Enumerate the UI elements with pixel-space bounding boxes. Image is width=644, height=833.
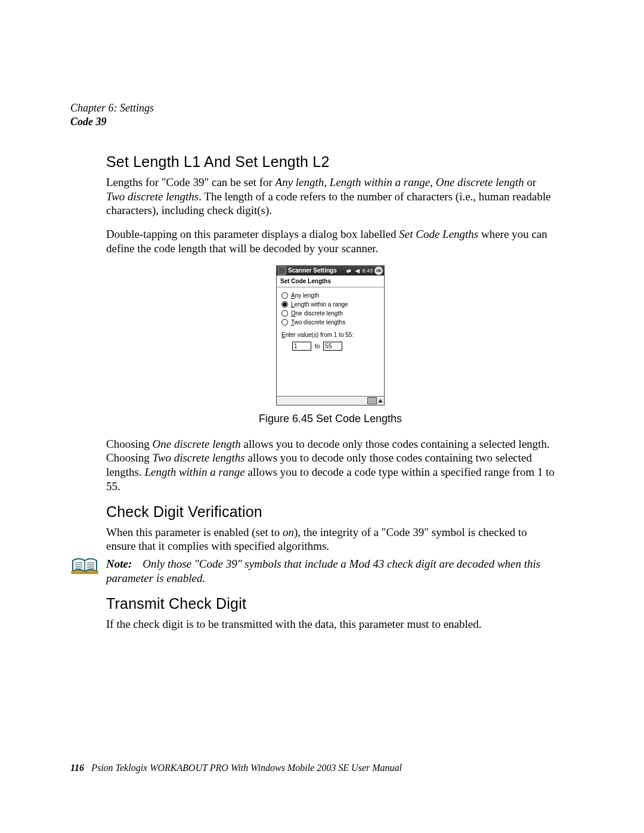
connectivity-icon[interactable]: ⇄ (345, 267, 352, 274)
radio-label: Length within a range (291, 301, 348, 308)
para-check-digit: When this parameter is enabled (set to o… (106, 525, 555, 554)
clock-text: 6:43 (362, 267, 373, 274)
para-set-length-1: Lengths for "Code 39" can be set for Any… (106, 175, 555, 218)
running-header-section: Code 39 (70, 115, 555, 129)
up-arrow-icon[interactable] (378, 399, 383, 402)
radio-icon (281, 292, 288, 299)
radio-icon (281, 301, 288, 308)
radio-any-length[interactable]: Any length (281, 292, 379, 299)
speaker-icon[interactable]: ◀ (354, 267, 361, 274)
heading-check-digit-verification: Check Digit Verification (106, 503, 555, 521)
radio-icon (281, 319, 288, 326)
para-set-length-2: Double-tapping on this parameter display… (106, 227, 555, 256)
value-separator: to (315, 343, 320, 349)
ok-button[interactable]: ok (374, 267, 383, 275)
radio-label: Any length (291, 292, 319, 299)
dialog-bottombar (277, 396, 384, 405)
radio-length-within-range[interactable]: Length within a range (281, 301, 379, 308)
value-prompt: Enter value(s) from 1 to 55: (281, 332, 379, 338)
note-book-icon (70, 557, 99, 576)
start-icon[interactable] (278, 267, 286, 275)
figure-caption: Figure 6.45 Set Code Lengths (106, 413, 555, 425)
radio-icon (281, 310, 288, 317)
heading-set-length: Set Length L1 And Set Length L2 (106, 153, 555, 171)
para-set-length-3: Choosing One discrete length allows you … (106, 437, 555, 494)
page-number: 116 (70, 763, 84, 773)
radio-two-discrete-lengths[interactable]: Two discrete lengths (281, 319, 379, 326)
radio-one-discrete-length[interactable]: One discrete length (281, 310, 379, 317)
page-footer: 116 Psion Teklogix WORKABOUT PRO With Wi… (70, 763, 402, 773)
dialog-subtitle: Set Code Lengths (277, 275, 384, 287)
dialog-titlebar: Scanner Settings ⇄ ◀ 6:43 ok (277, 266, 384, 275)
radio-label: One discrete length (291, 310, 343, 317)
value-to-input[interactable]: 55 (323, 342, 342, 351)
book-title-line: Psion Teklogix WORKABOUT PRO With Window… (91, 763, 402, 773)
para-transmit-check: If the check digit is to be transmitted … (106, 617, 555, 631)
note-text: Note:Only those "Code 39" symbols that i… (106, 557, 555, 586)
dialog-title: Scanner Settings (288, 266, 337, 275)
radio-label: Two discrete lengths (291, 319, 345, 326)
heading-transmit-check-digit: Transmit Check Digit (106, 595, 555, 612)
keyboard-icon[interactable] (367, 397, 377, 404)
value-from-input[interactable]: 1 (292, 342, 311, 351)
dialog-set-code-lengths: Scanner Settings ⇄ ◀ 6:43 ok Set Code Le… (276, 265, 385, 405)
running-header-chapter: Chapter 6: Settings (70, 101, 555, 115)
